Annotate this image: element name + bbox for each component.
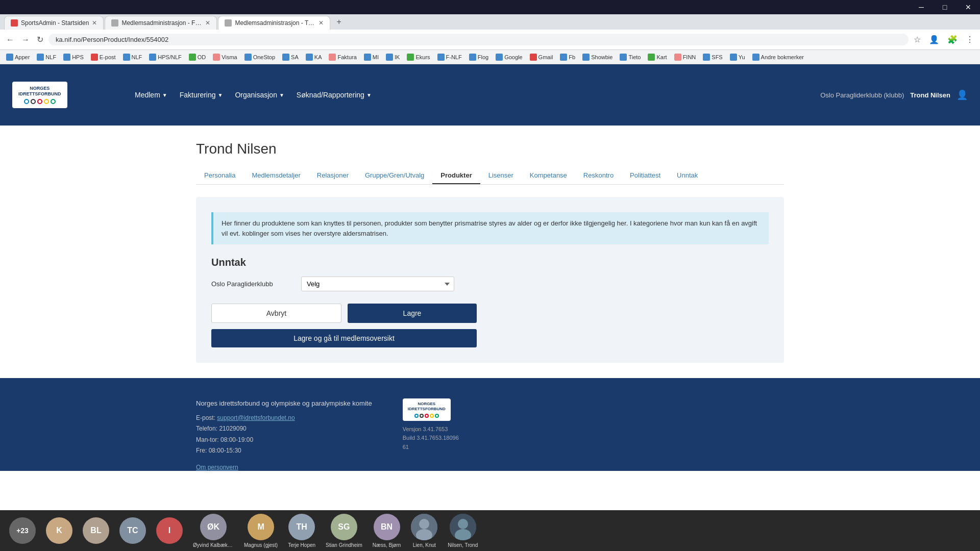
bookmarks-bar: Apper NLF HPS E-post NLF HPS/NLF OD Vism… [0, 50, 980, 64]
menu-icon[interactable]: ⋮ [964, 33, 976, 46]
tab-kompetanse[interactable]: Kompetanse [522, 167, 575, 184]
taskbar: +23 K BL TC I ØK Øyvind Kalbækken M Magn… [0, 510, 980, 551]
product-select[interactable]: Velg [301, 277, 454, 291]
minimize-button[interactable]: ─ [910, 0, 933, 14]
site-wrapper: NORGESIDRETTSFORBUND Medlem ▼ Fakturerin… [0, 64, 980, 523]
tab-personalia[interactable]: Personalia [196, 167, 243, 184]
tab-politiattest[interactable]: Politiattest [622, 167, 669, 184]
url-input[interactable] [48, 34, 909, 45]
maximize-button[interactable]: □ [933, 0, 957, 14]
bm-gmail[interactable]: Gmail [528, 53, 555, 62]
bm-epost[interactable]: E-post [89, 53, 118, 62]
tab-close-1[interactable]: ✕ [92, 19, 97, 27]
bm-sa[interactable]: SA [280, 53, 301, 62]
footer-email-row: E-post: support@idrettsforbundet.no [196, 413, 372, 424]
reload-button[interactable]: ↻ [35, 33, 45, 46]
bm-onestop[interactable]: OneStop [242, 53, 277, 62]
profile-icon[interactable]: 👤 [927, 33, 941, 46]
footer-privacy-link[interactable]: Om personvern [196, 464, 238, 471]
bm-showbie[interactable]: Showbie [580, 53, 615, 62]
svg-point-4 [458, 519, 468, 529]
taskbar-user-nt[interactable]: Nilsen, Trond [444, 512, 482, 550]
bm-ik[interactable]: IK [384, 53, 402, 62]
extensions-icon[interactable]: 🧩 [945, 33, 960, 46]
footer-ring-red [425, 414, 429, 418]
cancel-button[interactable]: Avbryt [211, 304, 341, 323]
bm-od[interactable]: OD [187, 53, 208, 62]
photo-placeholder-lk [411, 514, 437, 540]
tab-gruppe[interactable]: Gruppe/Gren/Utvalg [357, 167, 432, 184]
browser-chrome: SportsAdmin - Startsiden ✕ Medlemsadmini… [0, 14, 980, 64]
tab-1[interactable]: SportsAdmin - Startsiden ✕ [4, 16, 104, 30]
avatar-th: TH [288, 514, 315, 540]
content-card: Her finner du produktene som kan knyttes… [196, 197, 784, 363]
tab-close-3[interactable]: ✕ [318, 19, 324, 27]
footer-phone: 21029090 [219, 425, 246, 432]
avatar-bn: BN [374, 514, 400, 540]
back-button[interactable]: ← [4, 33, 16, 46]
avatar-lk [411, 514, 437, 540]
tab-medlemsdetaljer[interactable]: Medlemsdetaljer [243, 167, 308, 184]
bm-nlf2[interactable]: NLF [121, 53, 144, 62]
taskbar-user-bn[interactable]: BN Næss, Bjørn [369, 512, 405, 550]
tab-relasjoner[interactable]: Relasjoner [309, 167, 357, 184]
tab-lisenser[interactable]: Lisenser [480, 167, 522, 184]
tab-close-2[interactable]: ✕ [205, 19, 210, 27]
page-title: Trond Nilsen [196, 141, 784, 157]
tab-reskontro[interactable]: Reskontro [575, 167, 622, 184]
taskbar-user-ok[interactable]: ØK Øyvind Kalbækken [189, 512, 238, 550]
nav-user: Oslo Paragliderklubb (klubb) Trond Nilse… [820, 89, 968, 101]
new-tab-button[interactable]: + [331, 14, 346, 30]
window-controls[interactable]: ─ □ ✕ [910, 0, 980, 14]
taskbar-count[interactable]: +23 [5, 515, 40, 546]
taskbar-user-tc[interactable]: TC [115, 515, 150, 546]
nav-item-organisasjon[interactable]: Organisasjon ▼ [235, 91, 284, 99]
taskbar-user-th[interactable]: TH Terje Hopen [284, 512, 320, 550]
bm-fnlf[interactable]: F-NLF [435, 53, 464, 62]
bm-andre[interactable]: Andre bokmerker [750, 53, 806, 62]
bm-ekurs[interactable]: Ekurs [405, 53, 432, 62]
user-icon[interactable]: 👤 [957, 89, 968, 101]
footer-logo-text: NORGESIDRETTSFORBUND [408, 402, 446, 412]
bm-faktura[interactable]: Faktura [327, 53, 358, 62]
bm-yu[interactable]: Yu [728, 53, 747, 62]
bm-visma[interactable]: Visma [211, 53, 239, 62]
tab-3[interactable]: Medlemsadministrasjon - Trond... ✕ [218, 16, 330, 30]
save-go-button[interactable]: Lagre og gå til medlemsoversikt [211, 329, 477, 347]
footer-rings [408, 414, 446, 418]
nav-item-soknad[interactable]: Søknad/Rapportering ▼ [297, 91, 372, 99]
close-button[interactable]: ✕ [957, 0, 980, 14]
tab-produkter[interactable]: Produkter [432, 167, 480, 184]
nav-item-fakturering[interactable]: Fakturering ▼ [180, 91, 223, 99]
taskbar-user-m[interactable]: M Magnus (gjest) [240, 512, 282, 550]
bm-ka[interactable]: KA [304, 53, 324, 62]
bookmark-star-icon[interactable]: ☆ [912, 33, 923, 46]
taskbar-user-sg[interactable]: SG Stian Grindheim [322, 512, 366, 550]
bm-flog[interactable]: Flog [467, 53, 491, 62]
bm-finn[interactable]: FINN [672, 53, 698, 62]
bm-fb[interactable]: Fb [558, 53, 577, 62]
taskbar-user-lk[interactable]: Lien, Knut [407, 512, 442, 550]
tab-2[interactable]: Medlemsadministrasjon - Forside ✕ [105, 16, 217, 30]
bm-apper[interactable]: Apper [4, 53, 32, 62]
save-button[interactable]: Lagre [348, 304, 477, 323]
taskbar-user-i[interactable]: I [152, 515, 187, 546]
btn-row: Avbryt Lagre Lagre og gå til medlemsover… [211, 304, 477, 347]
site-footer: Norges idrettsforbund og olympiske og pa… [0, 378, 980, 471]
footer-email-link[interactable]: support@idrettsforbundet.no [217, 414, 295, 421]
taskbar-user-bl[interactable]: BL [79, 515, 113, 546]
bm-tieto[interactable]: Tieto [618, 53, 643, 62]
nav-item-medlem[interactable]: Medlem ▼ [135, 91, 167, 99]
taskbar-user-k[interactable]: K [42, 515, 77, 546]
bm-mi[interactable]: MI [362, 53, 381, 62]
user-name[interactable]: Trond Nilsen [910, 91, 950, 99]
tab-unntak[interactable]: Unntak [669, 167, 706, 184]
bm-hpsnlf[interactable]: HPS/NLF [147, 53, 183, 62]
forward-button[interactable]: → [19, 33, 32, 46]
bm-hps[interactable]: HPS [61, 53, 86, 62]
bm-nlf1[interactable]: NLF [35, 53, 58, 62]
bm-google[interactable]: Google [494, 53, 524, 62]
footer-ring-yellow [430, 414, 434, 418]
bm-kart[interactable]: Kart [646, 53, 669, 62]
bm-sfs[interactable]: SFS [701, 53, 724, 62]
